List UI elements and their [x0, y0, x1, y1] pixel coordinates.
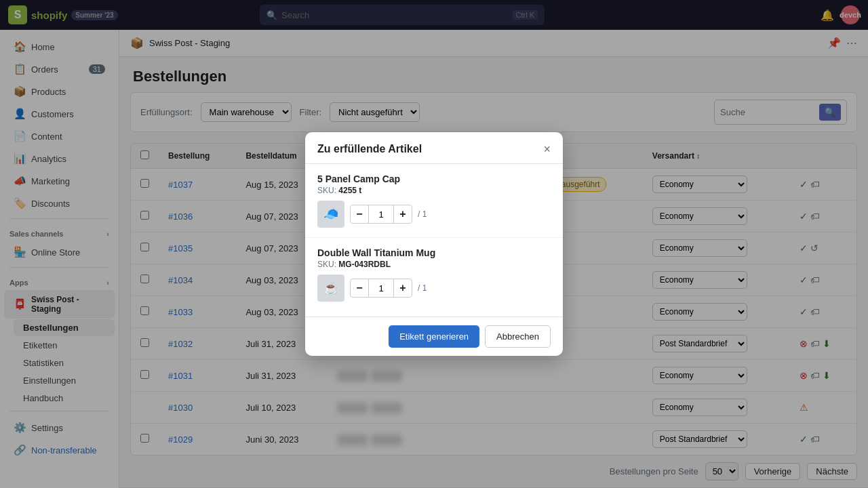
qty-input[interactable] [369, 279, 393, 298]
qty-input[interactable] [369, 205, 393, 224]
generate-label-button[interactable]: Etikett generieren [389, 325, 479, 348]
item-row: 🧢 − + / 1 [317, 201, 551, 228]
cancel-button[interactable]: Abbrechen [485, 325, 551, 348]
qty-of-label: / 1 [418, 209, 427, 219]
qty-increase-button[interactable]: + [393, 205, 412, 224]
modal-dialog: Zu erfüllende Artikel × 5 Panel Camp Cap… [305, 132, 563, 356]
sku-value: 4255 t [338, 186, 361, 195]
modal-item: Double Wall Titanium Mug SKU: MG-043RDBL… [305, 238, 563, 311]
modal-close-button[interactable]: × [543, 143, 551, 155]
modal-header: Zu erfüllende Artikel × [305, 132, 563, 164]
modal-item: 5 Panel Camp Cap SKU: 4255 t 🧢 − + / 1 [305, 164, 563, 238]
modal-footer: Etikett generieren Abbrechen [305, 317, 563, 356]
qty-control: − + [350, 205, 412, 224]
item-sku: SKU: MG-043RDBL [317, 260, 551, 269]
qty-control: − + [350, 279, 412, 298]
item-thumbnail: ☕ [317, 274, 344, 302]
item-name: 5 Panel Camp Cap [317, 174, 551, 184]
item-thumbnail: 🧢 [317, 201, 344, 228]
qty-decrease-button[interactable]: − [350, 279, 369, 298]
modal-body: 5 Panel Camp Cap SKU: 4255 t 🧢 − + / 1 D… [305, 164, 563, 317]
item-name: Double Wall Titanium Mug [317, 247, 551, 258]
sku-value: MG-043RDBL [338, 260, 391, 269]
modal-overlay[interactable]: Zu erfüllende Artikel × 5 Panel Camp Cap… [0, 0, 868, 488]
modal-title: Zu erfüllende Artikel [317, 143, 422, 155]
qty-decrease-button[interactable]: − [350, 205, 369, 224]
qty-of-label: / 1 [418, 283, 427, 293]
qty-increase-button[interactable]: + [393, 279, 412, 298]
item-sku: SKU: 4255 t [317, 186, 551, 195]
item-row: ☕ − + / 1 [317, 274, 551, 302]
